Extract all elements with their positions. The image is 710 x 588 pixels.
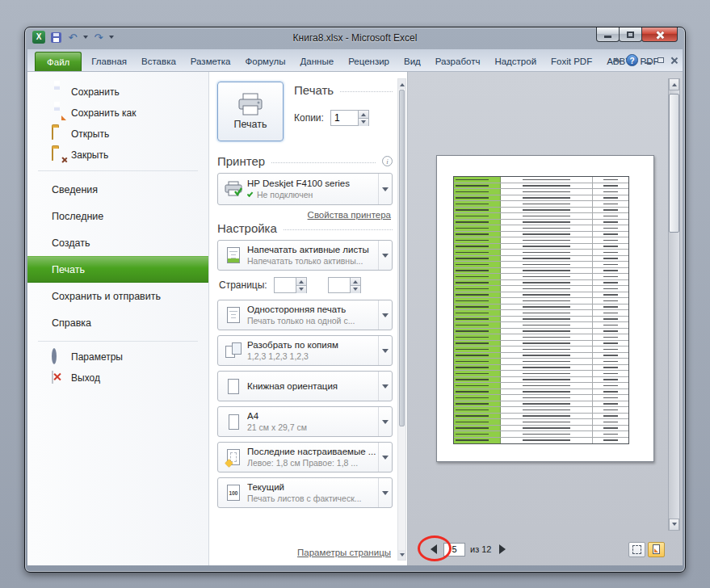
tab-formulas[interactable]: Формулы [238, 52, 293, 71]
tab-file[interactable]: Файл [35, 52, 82, 71]
tab-page-layout[interactable]: Разметка [183, 52, 238, 71]
dropdown-collated[interactable]: Разобрать по копиям 1,2,3 1,2,3 1,2,3 [217, 335, 393, 366]
preview-cell-green [454, 334, 501, 340]
settings-scrollbar-thumb[interactable] [399, 90, 405, 426]
preview-scrollbar[interactable] [668, 78, 680, 531]
pages-to-input[interactable] [329, 278, 350, 292]
workbook-close-icon[interactable] [670, 57, 678, 64]
tab-foxit-pdf[interactable]: Foxit PDF [544, 52, 599, 71]
previous-page-icon [431, 544, 437, 554]
excel-logo-icon[interactable] [32, 31, 45, 44]
printer-properties-link[interactable]: Свойства принтера [217, 210, 391, 220]
pages-from-input[interactable] [275, 278, 296, 292]
pages-from-spin-up[interactable] [296, 278, 306, 285]
tab-home[interactable]: Главная [84, 52, 134, 71]
tab-developer[interactable]: Разработч [428, 52, 488, 71]
sidebar-item-save-send[interactable]: Сохранить и отправить [27, 283, 208, 309]
tab-insert[interactable]: Вставка [134, 52, 183, 71]
next-page-button[interactable] [496, 542, 509, 556]
workbook-restore-icon[interactable] [657, 57, 664, 63]
minimize-button[interactable] [596, 27, 620, 42]
redo-button[interactable] [92, 31, 105, 44]
printer-name: HP Deskjet F4100 series [247, 178, 376, 188]
sidebar-item-close[interactable]: Закрыть [27, 145, 208, 166]
active-sheets-icon [222, 247, 245, 263]
preview-cell [501, 414, 593, 419]
sidebar-item-new[interactable]: Создать [27, 229, 208, 256]
pages-to-spin-up[interactable] [351, 278, 360, 285]
dropdown-margins[interactable]: Последние настраиваемые ... Левое: 1,8 с… [217, 442, 393, 472]
next-page-icon [499, 544, 506, 554]
page-count-label: из 12 [470, 544, 491, 554]
copies-input[interactable] [331, 111, 358, 125]
dropdown-scaling[interactable]: Текущий Печать листов с фактическ... [217, 477, 393, 508]
pages-to-spin-down[interactable] [351, 285, 360, 293]
preview-cell [501, 383, 593, 388]
preview-cell-green [454, 431, 501, 437]
preview-cell-green [454, 268, 501, 274]
show-margins-toggle[interactable] [628, 542, 645, 557]
tab-addins[interactable]: Надстрой [487, 52, 544, 71]
tab-review[interactable]: Рецензир [341, 52, 397, 71]
preview-table-row [454, 280, 628, 287]
sidebar-item-exit[interactable]: Выход [27, 368, 208, 388]
scroll-up-icon[interactable] [669, 78, 679, 90]
dropdown-printer[interactable]: HP Deskjet F4100 series Не подключен [217, 173, 393, 205]
dropdown-paper-size[interactable]: A4 21 см x 29,7 см [217, 406, 393, 437]
preview-cell [501, 298, 593, 304]
info-icon[interactable] [382, 156, 393, 166]
preview-cell [593, 213, 628, 219]
settings-scrollbar[interactable] [397, 78, 406, 561]
preview-cell [593, 322, 628, 328]
tab-view[interactable]: Вид [397, 52, 428, 71]
workbook-minimize-icon[interactable] [645, 62, 651, 64]
preview-cell-green [454, 419, 501, 425]
print-button[interactable]: Печать [217, 82, 284, 141]
maximize-button[interactable] [619, 27, 642, 42]
current-page-input[interactable] [443, 543, 465, 556]
qat-menu-icon[interactable] [109, 36, 114, 41]
help-icon[interactable] [626, 54, 638, 66]
sidebar-item-help[interactable]: Справка [27, 309, 208, 336]
dropdown-print-active-sheets[interactable]: Напечатать активные листы Напечатать тол… [217, 240, 393, 271]
preview-table-row [454, 334, 628, 341]
undo-dropdown-icon[interactable] [83, 36, 88, 41]
copies-spin-up[interactable] [359, 111, 368, 118]
sidebar-item-print[interactable]: Печать [27, 256, 208, 283]
preview-table-row [454, 401, 628, 408]
sidebar-item-recent[interactable]: Последние [27, 203, 208, 229]
preview-cell [593, 280, 628, 286]
dropdown-one-sided[interactable]: Односторонняя печать Печать только на од… [217, 300, 393, 330]
undo-button[interactable] [66, 31, 79, 44]
sidebar-item-info[interactable]: Сведения [27, 176, 208, 203]
prev-page-button[interactable] [427, 542, 440, 556]
ribbon-right-controls [614, 54, 678, 66]
page-setup-link[interactable]: Параметры страницы [217, 548, 391, 557]
ribbon-collapse-icon[interactable] [613, 57, 621, 65]
sidebar-item-save-as[interactable]: Сохранить как [27, 103, 208, 124]
zoom-to-page-toggle[interactable] [648, 542, 665, 557]
save-button[interactable] [49, 31, 62, 44]
pages-from-spin-down[interactable] [296, 285, 306, 293]
scroll-down-icon[interactable] [398, 550, 405, 560]
preview-cell [501, 286, 593, 292]
preview-cell-green [454, 208, 501, 213]
printer-device-icon [222, 181, 245, 197]
sidebar-item-options[interactable]: Параметры [27, 346, 208, 368]
window-controls [597, 27, 678, 42]
backstage-sidebar: Сохранить Сохранить как Открыть Закрыть … [27, 72, 209, 565]
dropdown-orientation[interactable]: Книжная ориентация [217, 371, 393, 401]
sidebar-item-open[interactable]: Открыть [27, 124, 208, 145]
preview-scrollbar-thumb[interactable] [669, 94, 679, 233]
copies-spin-down[interactable] [359, 118, 368, 126]
preview-table-row [454, 256, 628, 262]
settings-heading: Настройка [217, 221, 393, 235]
preview-table-row [454, 383, 628, 389]
scroll-down-icon[interactable] [669, 519, 679, 531]
preview-cell [501, 341, 593, 346]
close-button[interactable] [641, 27, 678, 42]
close-folder-icon [52, 149, 65, 162]
sidebar-item-save[interactable]: Сохранить [27, 82, 208, 103]
scroll-up-icon[interactable] [398, 79, 405, 89]
tab-data[interactable]: Данные [293, 52, 342, 71]
